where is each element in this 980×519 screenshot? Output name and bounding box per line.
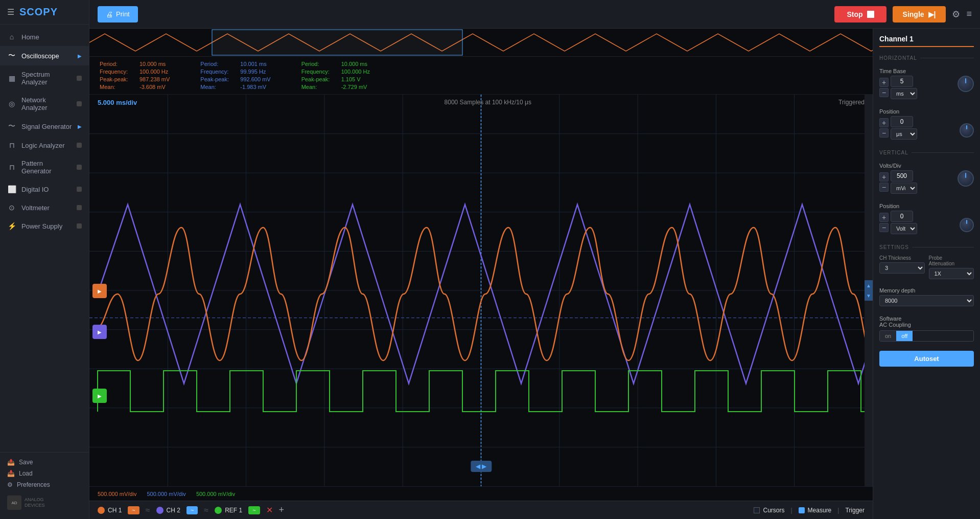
sidebar-item-signal[interactable]: 〜 Signal Generator ▶ (0, 117, 89, 136)
ch-thickness-label: CH Thickness (879, 255, 925, 261)
home-icon: ⌂ (7, 33, 16, 41)
measure-separator: | (837, 507, 839, 514)
bottom-scroll-handle[interactable]: ◀ ▶ (471, 461, 492, 472)
waveform-header: 5.000 ms/div 8000 Samples at 100 kHz/10 … (98, 99, 865, 106)
sidebar-item-network[interactable]: ◎ Network Analyzer (0, 91, 89, 117)
ac-coupling-off-option[interactable]: off (896, 331, 913, 341)
separator: ≈ (146, 506, 150, 515)
h-position-knob[interactable] (960, 123, 974, 138)
ac-coupling-toggle: on off (879, 330, 974, 342)
v-position-unit-select[interactable]: Volts mVolts (891, 223, 917, 234)
scale-bar: 500.000 mV/div 500.000 mV/div 500.000 mV… (89, 486, 873, 501)
volts-div-minus-button[interactable]: − (879, 183, 889, 192)
stats-bar: Period: 10.000 ms Frequency: 100.000 Hz … (89, 57, 873, 95)
stop-button[interactable]: Stop (834, 6, 886, 22)
measure-checkbox[interactable] (799, 507, 805, 513)
ref-period-label: Period: (301, 61, 338, 67)
separator: ≈ (204, 506, 208, 515)
ref-stats: Period: 10.000 ms Frequency: 100.000 Hz … (301, 61, 370, 90)
ch1-mean-label: Mean: (100, 84, 136, 90)
ref-freq-label: Frequency: (301, 69, 338, 75)
h-pos-minus-button[interactable]: − (879, 128, 889, 138)
ch2-pp-label: Peak-peak: (200, 76, 237, 82)
sidebar-item-oscilloscope[interactable]: 〜 Oscilloscope ▶ (0, 46, 89, 65)
measure-button[interactable]: Measure (799, 507, 832, 514)
time-base-plus-button[interactable]: + (879, 78, 889, 87)
volts-div-unit-select[interactable]: mVolts Volts (891, 183, 917, 194)
sidebar-item-label: Home (21, 33, 82, 41)
sidebar-item-power[interactable]: ⚡ Power Supply (0, 217, 89, 235)
volts-div-knob[interactable] (958, 170, 974, 187)
sidebar-item-label: Network Analyzer (21, 96, 72, 111)
ch1-period-value: 10.000 ms (139, 61, 166, 67)
spectrum-icon: ▦ (7, 74, 16, 82)
volts-div-value-input[interactable] (891, 170, 913, 182)
probe-atten-label: ProbeAttenuation (929, 255, 974, 266)
load-icon: 📥 (7, 470, 15, 477)
time-base-minus-button[interactable]: − (879, 88, 889, 97)
close-channel-button[interactable]: ✕ (266, 505, 273, 515)
samples-label: 8000 Samples at 100 kHz/10 μs (445, 99, 531, 106)
ref-handle[interactable]: ▶ (92, 389, 107, 403)
ch2-coupling-button[interactable]: ~ (186, 506, 198, 514)
memory-depth-select[interactable]: 8000 4000 16000 (879, 295, 974, 306)
load-button[interactable]: 📥 Load (7, 470, 82, 477)
sidebar-item-voltmeter[interactable]: ⊙ Voltmeter (0, 198, 89, 217)
sidebar-item-label: Signal Generator (21, 123, 73, 130)
h-pos-plus-button[interactable]: + (879, 118, 889, 127)
ch2-pill[interactable]: CH 2 (156, 507, 180, 514)
ch1-period-label: Period: (100, 61, 136, 67)
sidebar-nav: ⌂ Home 〜 Oscilloscope ▶ ▦ Spectrum Analy… (0, 25, 89, 452)
time-base-knob[interactable] (958, 76, 974, 92)
volts-div-plus-button[interactable]: + (879, 172, 889, 182)
single-button[interactable]: Single ▶| (893, 6, 946, 22)
ch2-period-value: 10.001 ms (240, 61, 266, 67)
settings-section-label: SETTINGS (879, 244, 974, 250)
trigger-button[interactable]: Trigger (845, 507, 865, 514)
cursors-button[interactable]: Cursors (754, 507, 784, 514)
ch1-pill[interactable]: CH 1 (98, 507, 122, 514)
v-position-value-input[interactable] (891, 211, 913, 222)
main-content: 🖨 Print Stop Single ▶| ⚙ ≡ (89, 0, 980, 519)
arrow-right-icon: ▶ (98, 329, 102, 335)
ch1-pp-label: Peak-peak: (100, 76, 136, 82)
probe-atten-select[interactable]: 1X 10X (929, 268, 974, 279)
time-base-value-input[interactable] (891, 76, 913, 87)
oscilloscope-icon: 〜 (7, 51, 16, 60)
sidebar-item-pattern[interactable]: ⊓ Pattern Generator (0, 154, 89, 180)
scroll-down-button[interactable]: ▼ (865, 290, 873, 301)
print-button[interactable]: 🖨 Print (98, 6, 138, 22)
v-position-knob[interactable] (960, 218, 974, 232)
ch1-handle[interactable]: ▶ (92, 325, 107, 339)
ref-coupling-button[interactable]: ~ (248, 506, 260, 514)
scroll-up-button[interactable]: ▲ (865, 280, 873, 290)
autoset-button[interactable]: Autoset (879, 351, 974, 367)
menu-icon[interactable]: ≡ (966, 9, 972, 19)
volts-div-row: Volts/Div + − mVolts Volts (879, 163, 974, 194)
v-pos-plus-button[interactable]: + (879, 213, 889, 222)
sidebar-item-home[interactable]: ⌂ Home (0, 28, 89, 46)
ch2-handle[interactable]: ▶ (92, 284, 107, 298)
status-dot (77, 205, 82, 210)
settings-icon[interactable]: ⚙ (952, 9, 960, 20)
status-dot (77, 76, 82, 81)
h-position-value-input[interactable] (891, 116, 913, 127)
cursors-checkbox[interactable] (754, 507, 760, 513)
h-position-unit-select[interactable]: μs ms (891, 128, 917, 140)
sidebar-item-spectrum[interactable]: ▦ Spectrum Analyzer (0, 65, 89, 91)
ac-coupling-on-option[interactable]: on (880, 331, 896, 341)
add-channel-button[interactable]: + (279, 505, 285, 515)
time-base-unit-select[interactable]: ms μs s (891, 88, 917, 99)
save-button[interactable]: 📤 Save (7, 459, 82, 466)
memory-depth-label: Memory depth (879, 287, 974, 294)
preferences-button[interactable]: ⚙ Preferences (7, 481, 82, 488)
ch1-name: CH 1 (108, 507, 122, 514)
ch-thickness-select[interactable]: 3 1 2 (879, 262, 925, 274)
waveform-svg (89, 95, 873, 486)
ch1-coupling-button[interactable]: ~ (128, 506, 139, 514)
sidebar-item-logic[interactable]: ⊓ Logic Analyzer (0, 136, 89, 154)
sidebar-item-digital[interactable]: ⬜ Digital IO (0, 180, 89, 198)
ref-pill[interactable]: REF 1 (215, 507, 242, 514)
hamburger-icon[interactable]: ☰ (7, 7, 14, 17)
v-pos-minus-button[interactable]: − (879, 223, 889, 232)
